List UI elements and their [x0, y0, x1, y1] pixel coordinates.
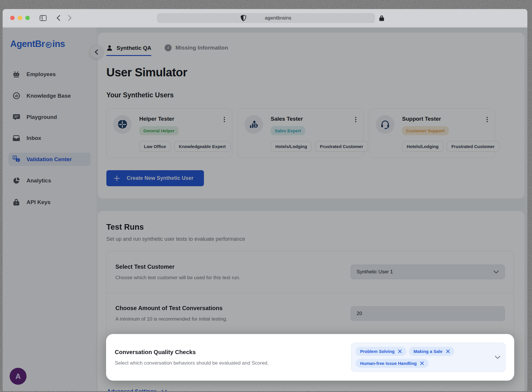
sidebar-toggle-icon[interactable]	[40, 15, 47, 21]
sidebar-item-label: Playground	[27, 114, 57, 120]
row-title: Choose Amount of Test Conversations	[115, 305, 228, 312]
remove-chip-icon[interactable]	[420, 361, 424, 365]
remove-chip-icon[interactable]	[398, 349, 402, 353]
sidebar-item-validation-center[interactable]: QA Validation Center	[8, 153, 91, 166]
conversation-amount-input[interactable]	[350, 306, 505, 321]
privacy-shield-icon[interactable]	[241, 15, 246, 21]
conversation-amount-row: Choose Amount of Test Conversations A mi…	[107, 293, 514, 334]
sidebar-item-label: Analytics	[27, 177, 51, 184]
sidebar-item-employees[interactable]: Employees	[8, 68, 91, 81]
card-title: Support Tester	[402, 116, 449, 122]
role-badge: General Helper	[139, 126, 179, 135]
synthetic-user-card-sales: $ Sales Tester Sales Expert Hotels/Lodgi…	[238, 108, 364, 158]
test-runs-panel: Test Runs Set up and run synthetic user …	[98, 211, 524, 391]
logo-text-ins: ins	[52, 39, 65, 49]
chat-bubble-icon	[13, 114, 20, 121]
quality-check-chip[interactable]: Human-free Issue Handling	[356, 359, 428, 368]
test-runs-heading: Test Runs	[106, 223, 514, 232]
test-customer-select[interactable]: Synthetic User 1	[350, 265, 505, 279]
page-title: User Simulator	[106, 66, 514, 79]
app-root: AgentBr ins Employees	[3, 27, 527, 391]
row-description: Choose which test customer will be used …	[115, 275, 240, 281]
logo-text-br: Br	[35, 39, 45, 49]
user-simulator-panel: Synthetic QA i Missing Information User …	[98, 33, 524, 198]
sidebar-item-knowledge-base[interactable]: Knowledge Base	[8, 89, 91, 102]
address-bar[interactable]: agentbrains	[157, 13, 375, 23]
back-button[interactable]	[57, 15, 60, 21]
sidebar-item-analytics[interactable]: Analytics	[8, 174, 91, 187]
sidebar: AgentBr ins Employees	[3, 27, 96, 391]
row-title: Conversation Quality Checks	[115, 349, 269, 356]
tab-bar: Synthetic QA i Missing Information	[106, 44, 514, 56]
close-window-button[interactable]	[10, 16, 15, 20]
test-runs-subtitle: Set up and run synthetic user tests to e…	[106, 236, 514, 242]
tab-synthetic-qa[interactable]: Synthetic QA	[106, 45, 151, 56]
card-title: Helper Tester	[139, 116, 179, 122]
tab-missing-information[interactable]: i Missing Information	[165, 44, 228, 56]
selected-value: Synthetic User 1	[357, 269, 393, 275]
card-menu-button[interactable]	[485, 116, 489, 123]
sidebar-item-label: Knowledge Base	[27, 93, 71, 99]
svg-text:Q: Q	[14, 156, 15, 159]
card-menu-button[interactable]	[222, 116, 227, 123]
browser-toolbar: agentbrains	[3, 9, 527, 27]
role-badge: Sales Expert	[271, 126, 305, 135]
url-text: agentbrains	[265, 15, 291, 21]
tab-label: Synthetic QA	[117, 45, 151, 51]
row-title: Select Test Customer	[115, 263, 240, 270]
zoom-window-button[interactable]	[25, 16, 30, 20]
robot-icon	[13, 71, 20, 78]
trait-tag: Knowledgeable Expert	[174, 141, 230, 152]
select-test-customer-row: Select Test Customer Choose which test c…	[107, 251, 514, 293]
main-content: Synthetic QA i Missing Information User …	[96, 27, 527, 391]
user-avatar[interactable]: A	[10, 368, 27, 385]
sidebar-item-inbox[interactable]: Inbox	[8, 132, 91, 144]
synthetic-user-cards: Helper Tester General Helper Law Office …	[106, 108, 514, 158]
sidebar-item-label: API Keys	[27, 199, 50, 205]
quality-check-chip[interactable]: Problem Solving	[356, 347, 406, 356]
collapse-sidebar-button[interactable]	[90, 45, 103, 59]
browser-window: agentbrains AgentBr ins	[3, 9, 527, 391]
chevron-down-icon[interactable]	[495, 356, 501, 359]
row-description: Select which conversation behaviors shou…	[115, 360, 269, 366]
card-title: Sales Tester	[271, 116, 305, 122]
forward-button[interactable]	[68, 15, 72, 21]
minimize-window-button[interactable]	[18, 16, 22, 20]
sales-chart-icon: $	[244, 115, 263, 134]
svg-text:A: A	[17, 159, 19, 161]
chevron-down-icon	[161, 390, 167, 391]
plus-icon	[114, 175, 120, 181]
knowledge-chart-icon	[13, 92, 20, 99]
advanced-settings-label: Advanced Settings	[107, 388, 157, 391]
synthetic-user-card-support: Support Tester Customer Support Hotels/L…	[369, 108, 495, 158]
info-icon: i	[165, 44, 172, 51]
tab-label: Missing Information	[175, 45, 228, 51]
pie-chart-icon	[13, 177, 20, 184]
brain-logo-icon	[45, 41, 52, 48]
qa-bubbles-icon: QA	[13, 156, 20, 163]
remove-chip-icon[interactable]	[446, 349, 450, 353]
trait-tag: Hotels/Lodging	[402, 141, 443, 152]
trait-tag: Frustrated Customer	[447, 141, 499, 152]
quality-checks-multiselect[interactable]: Problem Solving Making a Sale	[351, 343, 505, 372]
sidebar-item-playground[interactable]: Playground	[8, 111, 91, 124]
chip-label: Problem Solving	[360, 349, 394, 354]
advanced-settings-toggle[interactable]: Advanced Settings	[107, 388, 167, 391]
sidebar-item-api-keys[interactable]: API Keys	[8, 196, 91, 209]
sidebar-item-label: Inbox	[27, 135, 41, 141]
trait-tag: Hotels/Lodging	[271, 141, 312, 152]
test-run-settings: Select Test Customer Choose which test c…	[106, 251, 514, 381]
card-menu-button[interactable]	[353, 116, 358, 123]
chip-label: Human-free Issue Handling	[360, 361, 417, 366]
create-synthetic-user-button[interactable]: Create New Synthetic User	[106, 170, 204, 186]
quality-checks-row-spotlight: Conversation Quality Checks Select which…	[106, 334, 514, 381]
headset-icon	[376, 115, 394, 134]
chip-label: Making a Sale	[413, 349, 442, 354]
chevron-down-icon	[494, 270, 499, 274]
svg-text:$: $	[255, 124, 257, 128]
synthetic-users-heading: Your Synthetic Users	[106, 91, 514, 99]
synthetic-user-card-helper: Helper Tester General Helper Law Office …	[106, 108, 232, 158]
quality-check-chip[interactable]: Making a Sale	[409, 347, 454, 356]
inbox-icon	[13, 135, 20, 141]
role-badge: Customer Support	[402, 126, 449, 135]
